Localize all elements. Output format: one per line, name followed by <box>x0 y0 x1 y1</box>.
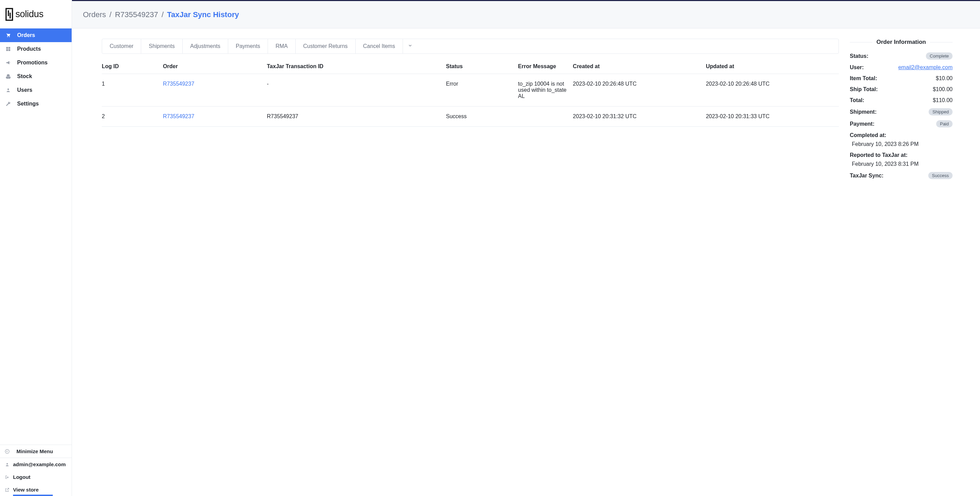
total-label: Total: <box>850 97 864 103</box>
cell-updated: 2023-02-10 20:31:33 UTC <box>706 107 839 127</box>
sync-label: TaxJar Sync: <box>850 173 883 179</box>
view-store[interactable]: View store <box>0 483 72 496</box>
tab-adjustments[interactable]: Adjustments <box>183 39 228 53</box>
tab-payments[interactable]: Payments <box>228 39 268 53</box>
cell-error <box>518 107 573 127</box>
cell-error: to_zip 10004 is not used within to_state… <box>518 74 573 107</box>
grid-icon <box>4 46 12 51</box>
user-label: User: <box>850 64 864 71</box>
reported-value: February 10, 2023 8:31 PM <box>850 161 953 167</box>
sidebar-item-orders[interactable]: Orders <box>0 29 72 42</box>
order-link[interactable]: R735549237 <box>163 81 194 87</box>
sidebar-item-products[interactable]: Products <box>0 42 72 56</box>
tab-cancel-items[interactable]: Cancel Items <box>356 39 403 53</box>
minimize-label: Minimize Menu <box>16 448 53 454</box>
svg-point-8 <box>8 88 9 90</box>
th-status: Status <box>446 59 518 74</box>
cell-txn-id: R735549237 <box>267 107 446 127</box>
user-icon <box>4 463 10 467</box>
sidebar-item-label: Users <box>17 87 32 93</box>
user-link[interactable]: email2@example.com <box>898 64 953 71</box>
th-updated: Updated at <box>706 59 839 74</box>
completed-label: Completed at: <box>850 132 953 138</box>
shipment-label: Shipment: <box>850 109 877 115</box>
svg-rect-7 <box>9 49 10 51</box>
breadcrumb-orders[interactable]: Orders <box>83 10 106 19</box>
ship-total-label: Ship Total: <box>850 86 878 92</box>
table-row: 1 R735549237 - Error to_zip 10004 is not… <box>102 74 839 107</box>
external-link-icon <box>4 487 10 492</box>
total-value: $110.00 <box>933 97 953 103</box>
item-total-label: Item Total: <box>850 75 877 81</box>
status-badge: Complete <box>926 52 953 60</box>
payment-label: Payment: <box>850 121 875 127</box>
order-link[interactable]: R735549237 <box>163 113 194 119</box>
table-row: 2 R735549237 R735549237 Success 2023-02-… <box>102 107 839 127</box>
main: Orders / R735549237 / TaxJar Sync Histor… <box>72 0 980 496</box>
reported-label: Reported to TaxJar at: <box>850 152 953 158</box>
ship-total-value: $100.00 <box>933 86 953 92</box>
admin-account[interactable]: admin@example.com <box>0 458 72 471</box>
svg-point-10 <box>6 463 8 464</box>
th-txn-id: TaxJar Transaction ID <box>267 59 446 74</box>
sidebar-item-label: Products <box>17 46 41 52</box>
tab-customer-returns[interactable]: Customer Returns <box>296 39 356 53</box>
svg-point-9 <box>5 450 9 453</box>
tab-more[interactable] <box>403 39 417 53</box>
svg-rect-6 <box>6 49 8 51</box>
payment-badge: Paid <box>936 120 953 127</box>
breadcrumb-order-number[interactable]: R735549237 <box>115 10 158 19</box>
sync-log-table: Log ID Order TaxJar Transaction ID Statu… <box>102 59 839 127</box>
sidebar: solidus Orders Products Promotions <box>0 0 72 496</box>
cell-txn-id: - <box>267 74 446 107</box>
bullhorn-icon <box>4 60 12 65</box>
cart-icon <box>4 33 12 38</box>
tab-rma[interactable]: RMA <box>268 39 296 53</box>
cubes-icon <box>4 74 12 79</box>
footer-accent-bar <box>13 494 53 496</box>
breadcrumb: Orders / R735549237 / TaxJar Sync Histor… <box>72 1 980 29</box>
logout[interactable]: Logout <box>0 471 72 483</box>
th-log-id: Log ID <box>102 59 163 74</box>
tab-shipments[interactable]: Shipments <box>141 39 183 53</box>
svg-rect-4 <box>6 47 8 49</box>
cell-status: Error <box>446 74 518 107</box>
nav: Orders Products Promotions Stock <box>0 29 72 445</box>
svg-text:solidus: solidus <box>16 9 43 19</box>
sidebar-item-label: Orders <box>17 32 35 38</box>
cell-log-id: 1 <box>102 74 163 107</box>
sidebar-item-label: Stock <box>17 73 32 79</box>
wrench-icon <box>4 102 12 106</box>
cell-created: 2023-02-10 20:26:48 UTC <box>573 74 706 107</box>
logo[interactable]: solidus <box>0 0 72 29</box>
tab-customer[interactable]: Customer <box>102 39 141 53</box>
sync-badge: Success <box>928 172 953 179</box>
cell-log-id: 2 <box>102 107 163 127</box>
arrow-left-circle-icon <box>4 449 10 454</box>
th-error: Error Message <box>518 59 573 74</box>
th-order: Order <box>163 59 267 74</box>
svg-rect-0 <box>6 9 13 20</box>
logout-icon <box>4 475 10 480</box>
sidebar-item-settings[interactable]: Settings <box>0 97 72 111</box>
view-store-label: View store <box>13 487 39 493</box>
user-icon <box>4 88 12 92</box>
sidebar-item-label: Promotions <box>17 60 48 66</box>
minimize-menu[interactable]: Minimize Menu <box>0 445 72 458</box>
sidebar-item-promotions[interactable]: Promotions <box>0 56 72 70</box>
breadcrumb-current: TaxJar Sync History <box>167 10 239 19</box>
th-created: Created at <box>573 59 706 74</box>
chevron-down-icon <box>408 43 412 49</box>
sidebar-item-users[interactable]: Users <box>0 83 72 97</box>
item-total-value: $10.00 <box>936 75 953 81</box>
sidebar-footer: Minimize Menu admin@example.com Logout V… <box>0 445 72 496</box>
sidebar-item-label: Settings <box>17 101 39 107</box>
cell-status: Success <box>446 107 518 127</box>
breadcrumb-sep: / <box>109 10 111 19</box>
shipment-badge: Shipped <box>929 108 953 115</box>
sidebar-item-stock[interactable]: Stock <box>0 70 72 83</box>
order-info-header: Order Information <box>850 39 953 46</box>
svg-rect-5 <box>9 47 10 49</box>
cell-created: 2023-02-10 20:31:32 UTC <box>573 107 706 127</box>
order-info-panel: Order Information Status: Complete User:… <box>850 39 953 184</box>
